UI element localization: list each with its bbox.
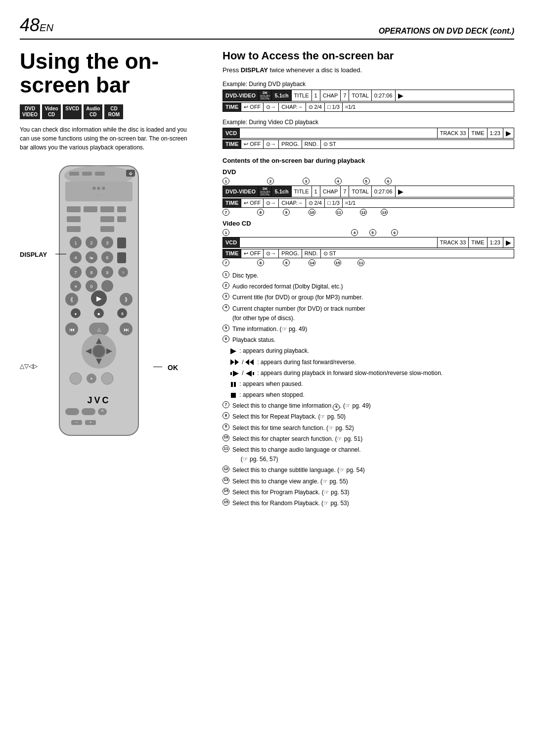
description-text: You can check disc information while the… — [20, 125, 188, 152]
circle-arrow-cell: ⊙→ — [264, 103, 279, 111]
vcd-subsection-title: Video CD — [222, 220, 514, 227]
svg-text:⏻: ⏻ — [129, 172, 133, 175]
desc-3: 3 Current title (for DVD) or group (for … — [222, 293, 514, 302]
svg-text:✕: ✕ — [74, 284, 78, 289]
play-cell: ▶ — [396, 90, 406, 101]
svg-rect-4 — [69, 172, 79, 176]
svg-rect-11 — [84, 206, 97, 212]
vcd-time2: TIME — [223, 249, 241, 258]
track-cell: TRACK 33 — [438, 128, 469, 138]
right-section-title: How to Access the on-screen bar — [222, 49, 514, 62]
dolby-cell: DKDOLBYDIGITAL — [259, 90, 272, 101]
disc-vcd: VideoCD — [42, 104, 61, 119]
time-label2-cell: TIME — [469, 128, 487, 138]
box13-2: □ 1/3 — [325, 199, 343, 207]
dvd-num-row2: 7 8 9 10 11 12 13 — [222, 209, 514, 216]
press-text: Press DISPLAY twice whenever a disc is l… — [222, 66, 514, 74]
vnum5: 5 — [369, 229, 376, 236]
st-cell: ⊙ ST — [321, 140, 339, 148]
desc-6a: : appears during playback. — [230, 346, 514, 356]
time-val-cell: 1:23 — [488, 128, 503, 138]
example-vcd-label: Example: During Video CD playback — [222, 119, 514, 126]
num11: 11 — [336, 209, 343, 216]
desc-7: 7 Select this to change time information… — [222, 401, 514, 411]
desc-4: 4 Current chapter number (for DVD) or tr… — [222, 304, 514, 323]
vnum1: 1 — [222, 229, 229, 236]
svg-rect-94 — [234, 382, 236, 387]
title-cell: TITLE — [292, 90, 312, 101]
chap-arrow-cell: CHAP.→ — [279, 103, 306, 111]
rnd2: RND. — [302, 249, 321, 258]
svg-rect-16 — [117, 216, 126, 222]
dvd-example-bar: DVD-VIDEO DKDOLBYDIGITAL 5.1ch TITLE 1 C… — [222, 90, 514, 112]
num1: 1 — [222, 178, 229, 185]
svg-marker-85 — [230, 359, 234, 365]
svg-rect-25 — [117, 237, 126, 248]
page: 48EN OPERATIONS ON DVD DECK (cont.) Usin… — [0, 0, 534, 756]
svg-text:⟪: ⟪ — [70, 296, 73, 302]
svg-rect-32 — [117, 252, 126, 263]
num6: 6 — [385, 178, 392, 185]
rev-icon — [245, 359, 254, 365]
dvd-content-bar-row1: DVD-VIDEO DKDOLBYDIGITAL 5.1ch TITLE 1 C… — [222, 186, 514, 197]
dvd-video-cell2: DVD-VIDEO — [223, 186, 259, 197]
contents-title: Contents of the on-screen bar during pla… — [222, 157, 514, 164]
svg-text:^: ^ — [101, 409, 104, 415]
svg-marker-87 — [250, 359, 254, 365]
desc-6d: : appears when paused. — [230, 379, 514, 389]
disc-icons: DVDVIDEO VideoCD SVCD AudioCD CDROM — [20, 104, 208, 119]
ok-label: OK — [168, 364, 178, 372]
desc-6: 6 Playback status. — [222, 335, 514, 345]
vnum11: 11 — [357, 259, 364, 266]
5ch-cell: 5.1ch — [272, 90, 291, 101]
svg-point-45 — [101, 280, 113, 292]
svg-text:⟫: ⟫ — [125, 296, 128, 302]
svg-rect-93 — [231, 382, 233, 387]
time3: TIME — [469, 237, 487, 247]
dvd-num-row1: 1 2 3 4 5 6 — [222, 178, 514, 185]
chap-num2: 7 — [341, 186, 349, 197]
vnum9: 9 — [283, 259, 290, 266]
desc-14: 14 Select this for Program Playback. (☞ … — [222, 488, 514, 497]
svg-text:JVC: JVC — [87, 395, 110, 405]
vnum14: 14 — [309, 259, 315, 266]
num13: 13 — [381, 209, 388, 216]
vnum4: 4 — [351, 229, 358, 236]
svg-text:2: 2 — [90, 240, 92, 245]
dolby-cell2: DKDOLBYDIGITAL — [259, 186, 272, 197]
example-dvd-label: Example: During DVD playback — [222, 81, 514, 88]
ff-icon — [230, 359, 239, 365]
vcd-example-bar: VCD TRACK 33 TIME 1:23 ▶ TIME ↩ OFF ⊙→ P… — [222, 128, 514, 149]
desc-6e: : appears when stopped. — [230, 390, 514, 400]
chap2: CHAP.→ — [279, 199, 306, 207]
num2: 2 — [267, 178, 274, 185]
desc-12: 12 Select this to change subtitle langua… — [222, 466, 514, 475]
num8: 8 — [257, 209, 264, 216]
total-cell: TOTAL — [349, 90, 371, 101]
prog-cell: PROG. — [279, 140, 302, 148]
dvd-content-bar-row2: TIME ↩ OFF ⊙→ CHAP.→ ⊙ 2/4 □ 1/3 ⌗1/1 — [222, 198, 514, 208]
main-content: Using the on-screen bar DVDVIDEO VideoCD… — [20, 49, 514, 513]
svg-rect-10 — [67, 206, 81, 212]
desc-10: 10 Select this for chapter search functi… — [222, 434, 514, 444]
num3: 3 — [303, 178, 310, 185]
svg-marker-84 — [230, 348, 236, 354]
5ch-cell2: 5.1ch — [272, 186, 291, 197]
vnum15: 15 — [334, 259, 341, 266]
hash11-2: ⌗1/1 — [343, 199, 358, 207]
time-label-cell: TIME — [223, 103, 241, 111]
svg-rect-77 — [82, 408, 95, 415]
display-arrow — [55, 254, 66, 254]
timeval2: 1:23 — [488, 237, 503, 247]
page-header: 48EN OPERATIONS ON DVD DECK (cont.) — [20, 15, 514, 40]
svg-rect-89 — [230, 372, 232, 375]
svg-point-71 — [70, 373, 82, 384]
time-cell: 0:27:06 — [372, 90, 396, 101]
left-column: Using the on-screen bar DVDVIDEO VideoCD… — [20, 49, 208, 513]
svg-text:■: ■ — [98, 312, 100, 316]
display-label: DISPLAY — [20, 251, 47, 258]
vcd-numbered-section: 1 4 5 6 VCD TRACK 33 TIME 1:23 ▶ TIME ↩ … — [222, 229, 514, 266]
disc-acd: AudioCD — [84, 104, 102, 119]
play-icon — [230, 348, 236, 354]
svg-text:3: 3 — [106, 240, 108, 245]
